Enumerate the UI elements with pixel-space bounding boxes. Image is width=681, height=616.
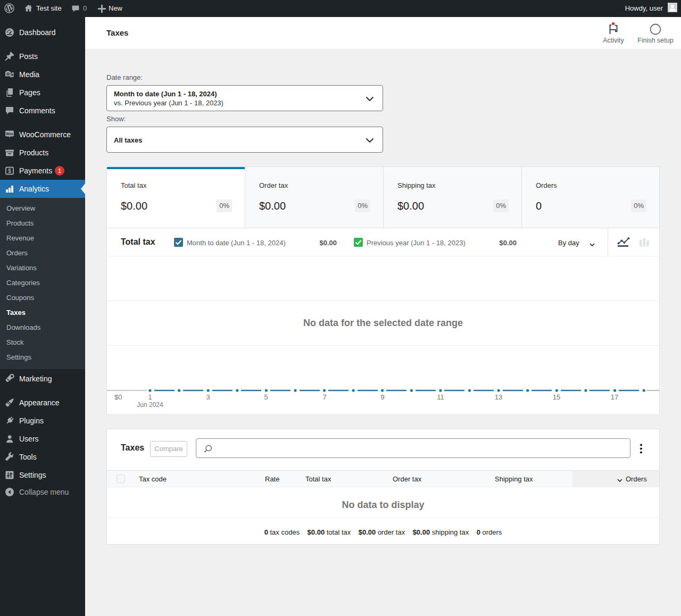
svg-text:Woo: Woo [6, 132, 13, 136]
svg-text:$: $ [8, 168, 11, 174]
